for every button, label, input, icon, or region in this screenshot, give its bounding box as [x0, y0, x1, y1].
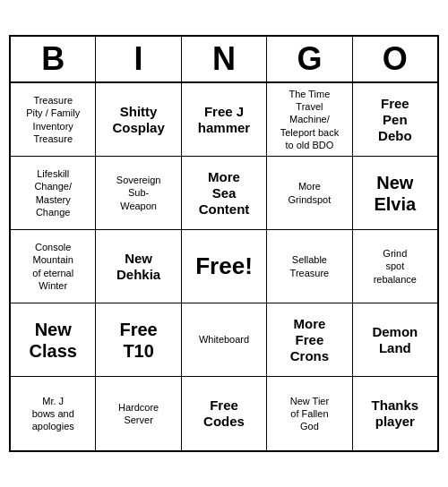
bingo-cell-r0-c3: The Time Travel Machine/ Teleport back t… [267, 83, 352, 157]
bingo-cell-r3-c4: Demon Land [353, 303, 437, 377]
bingo-cell-r3-c0: New Class [11, 303, 96, 377]
bingo-row-2: Console Mountain of eternal WinterNew De… [11, 230, 437, 303]
bingo-cell-r4-c3: New Tier of Fallen God [267, 377, 352, 450]
bingo-cell-r2-c3: Sellable Treasure [267, 230, 352, 303]
header-letter-g: G [267, 37, 352, 83]
bingo-row-3: New ClassFree T10WhiteboardMore Free Cro… [11, 303, 437, 377]
bingo-cell-r1-c0: Lifeskill Change/ Mastery Change [11, 157, 96, 230]
bingo-cell-r2-c2: Free! [182, 230, 267, 303]
bingo-cell-r1-c2: More Sea Content [182, 157, 267, 230]
bingo-cell-r3-c2: Whiteboard [182, 303, 267, 377]
bingo-row-4: Mr. J bows and apologiesHardcore ServerF… [11, 377, 437, 450]
bingo-cell-r4-c1: Hardcore Server [96, 377, 181, 450]
bingo-header: BINGO [11, 37, 437, 83]
bingo-cell-r0-c1: Shitty Cosplay [96, 83, 181, 157]
bingo-row-1: Lifeskill Change/ Mastery ChangeSovereig… [11, 157, 437, 230]
bingo-card: BINGO Treasure Pity / Family Inventory T… [9, 35, 439, 452]
bingo-cell-r2-c4: Grind spot rebalance [353, 230, 437, 303]
bingo-cell-r4-c2: Free Codes [182, 377, 267, 450]
bingo-cell-r1-c3: More Grindspot [267, 157, 352, 230]
header-letter-b: B [11, 37, 96, 83]
bingo-cell-r0-c0: Treasure Pity / Family Inventory Treasur… [11, 83, 96, 157]
bingo-cell-r4-c0: Mr. J bows and apologies [11, 377, 96, 450]
bingo-cell-r0-c4: Free Pen Debo [353, 83, 437, 157]
bingo-cell-r3-c1: Free T10 [96, 303, 181, 377]
bingo-cell-r0-c2: Free J hammer [182, 83, 267, 157]
bingo-cell-r1-c4: New Elvia [353, 157, 437, 230]
bingo-cell-r2-c0: Console Mountain of eternal Winter [11, 230, 96, 303]
bingo-row-0: Treasure Pity / Family Inventory Treasur… [11, 83, 437, 157]
bingo-grid: Treasure Pity / Family Inventory Treasur… [11, 83, 437, 450]
header-letter-i: I [96, 37, 181, 83]
bingo-cell-r3-c3: More Free Crons [267, 303, 352, 377]
bingo-cell-r4-c4: Thanks player [353, 377, 437, 450]
bingo-cell-r1-c1: Sovereign Sub- Weapon [96, 157, 181, 230]
header-letter-o: O [353, 37, 437, 83]
header-letter-n: N [182, 37, 267, 83]
bingo-cell-r2-c1: New Dehkia [96, 230, 181, 303]
